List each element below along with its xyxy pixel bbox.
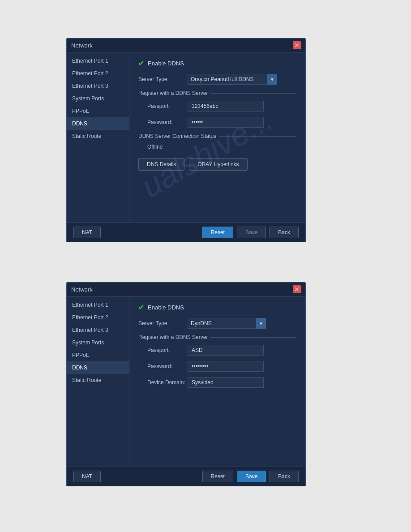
oray-hyperlinks-button-top[interactable]: ORAY Hyperlinks: [189, 158, 247, 171]
server-type-select-wrapper-top: Oray.cn PeanutHull DDNS DynDNS NO-IP ▼: [188, 74, 277, 85]
password-input-bottom[interactable]: [188, 361, 264, 372]
sidebar-item-ddns-bottom[interactable]: DDNS: [67, 361, 129, 374]
password-row-bottom: Password:: [138, 361, 296, 372]
register-line-bottom: [210, 337, 296, 338]
enable-ddns-row-top: ✔ Enable DDNS: [138, 59, 296, 68]
enable-ddns-row-bottom: ✔ Enable DDNS: [138, 303, 296, 312]
reset-button-bottom[interactable]: Reset: [202, 471, 233, 482]
close-button-bottom[interactable]: ✕: [293, 285, 301, 293]
enable-ddns-label-top: Enable DDNS: [148, 60, 184, 67]
titlebar-top: Network ✕: [67, 39, 305, 52]
network-dialog-bottom: Network ✕ Ethernet Port 1 Ethernet Port …: [66, 282, 306, 486]
back-button-bottom[interactable]: Back: [270, 471, 299, 482]
register-divider-top: Register with a DDNS Server: [138, 90, 296, 96]
device-domain-row-bottom: Device Domain:: [138, 377, 296, 388]
sidebar-item-ethernet2-top[interactable]: Ethernet Port 2: [67, 67, 129, 80]
content-top: ✔ Enable DDNS Server Type: Oray.cn Peanu…: [129, 52, 305, 223]
titlebar-bottom: Network ✕: [67, 283, 305, 296]
sidebar-item-staticroute-bottom[interactable]: Static Route: [67, 374, 129, 386]
server-type-select-top[interactable]: Oray.cn PeanutHull DDNS DynDNS NO-IP: [188, 74, 277, 85]
sidebar-item-pppoe-top[interactable]: PPPoE: [67, 105, 129, 117]
passport-input-bottom[interactable]: [188, 345, 264, 356]
device-domain-label-bottom: Device Domain:: [138, 379, 188, 386]
sidebar-item-staticroute-top[interactable]: Static Route: [67, 130, 129, 142]
ddns-checkmark-top[interactable]: ✔: [138, 59, 144, 68]
content-bottom: ✔ Enable DDNS Server Type: Oray.cn Peanu…: [129, 296, 305, 467]
sidebar-item-ethernet3-bottom[interactable]: Ethernet Port 3: [67, 324, 129, 336]
dns-details-button-top[interactable]: DNS Details: [138, 158, 184, 171]
status-line-top: [219, 136, 296, 137]
dialog-body-bottom: Ethernet Port 1 Ethernet Port 2 Ethernet…: [67, 296, 305, 467]
sidebar-item-ethernet3-top[interactable]: Ethernet Port 3: [67, 80, 129, 92]
sidebar-item-ethernet1-bottom[interactable]: Ethernet Port 1: [67, 299, 129, 311]
server-type-select-wrapper-bottom: Oray.cn PeanutHull DDNS DynDNS NO-IP ▼: [188, 318, 266, 329]
status-value-top: Offline: [147, 144, 296, 150]
nat-button-top[interactable]: NAT: [73, 227, 101, 238]
passport-input-top[interactable]: [188, 101, 264, 112]
sidebar-item-systemports-top[interactable]: System Ports: [67, 92, 129, 105]
footer-top: NAT Reset Save Back: [67, 223, 305, 242]
server-type-label-bottom: Server Type:: [138, 320, 188, 326]
save-button-bottom[interactable]: Save: [237, 471, 266, 482]
device-domain-input-bottom[interactable]: [188, 377, 264, 388]
passport-label-top: Passport:: [138, 103, 188, 109]
network-dialog-top: Network ✕ Ethernet Port 1 Ethernet Port …: [66, 38, 306, 242]
dialog-title-bottom: Network: [71, 286, 93, 293]
password-label-top: Password:: [138, 119, 188, 125]
enable-ddns-label-bottom: Enable DDNS: [148, 304, 184, 311]
sidebar-top: Ethernet Port 1 Ethernet Port 2 Ethernet…: [67, 52, 129, 223]
sidebar-item-ethernet2-bottom[interactable]: Ethernet Port 2: [67, 311, 129, 324]
sidebar-item-systemports-bottom[interactable]: System Ports: [67, 336, 129, 349]
password-label-bottom: Password:: [138, 363, 188, 369]
passport-label-bottom: Passport:: [138, 347, 188, 353]
password-input-top[interactable]: [188, 117, 264, 128]
passport-row-top: Passport:: [138, 101, 296, 112]
nat-button-bottom[interactable]: NAT: [73, 471, 101, 482]
passport-row-bottom: Passport:: [138, 345, 296, 356]
status-divider-top: DDNS Server Connection Status: [138, 133, 296, 139]
register-label-top: Register with a DDNS Server: [138, 90, 208, 96]
footer-bottom: NAT Reset Save Back: [67, 467, 305, 486]
reset-button-top[interactable]: Reset: [202, 227, 233, 238]
back-button-top[interactable]: Back: [270, 227, 299, 238]
server-type-row-bottom: Server Type: Oray.cn PeanutHull DDNS Dyn…: [138, 318, 296, 329]
sidebar-item-pppoe-bottom[interactable]: PPPoE: [67, 349, 129, 361]
action-btns-top: DNS Details ORAY Hyperlinks: [138, 158, 296, 171]
dialog-title-top: Network: [71, 42, 93, 49]
sidebar-item-ethernet1-top[interactable]: Ethernet Port 1: [67, 55, 129, 67]
status-section-label-top: DDNS Server Connection Status: [138, 133, 216, 139]
server-type-row-top: Server Type: Oray.cn PeanutHull DDNS Dyn…: [138, 74, 296, 85]
ddns-checkmark-bottom[interactable]: ✔: [138, 303, 144, 312]
server-type-label-top: Server Type:: [138, 76, 188, 82]
dialog-body-top: Ethernet Port 1 Ethernet Port 2 Ethernet…: [67, 52, 305, 223]
register-divider-bottom: Register with a DDNS Server: [138, 334, 296, 340]
password-row-top: Password:: [138, 117, 296, 128]
sidebar-item-ddns-top[interactable]: DDNS: [67, 117, 129, 130]
register-line-top: [210, 93, 296, 94]
save-button-top[interactable]: Save: [237, 227, 266, 238]
register-label-bottom: Register with a DDNS Server: [138, 334, 208, 340]
server-type-select-bottom[interactable]: Oray.cn PeanutHull DDNS DynDNS NO-IP: [188, 318, 266, 329]
sidebar-bottom: Ethernet Port 1 Ethernet Port 2 Ethernet…: [67, 296, 129, 467]
close-button-top[interactable]: ✕: [293, 41, 301, 49]
